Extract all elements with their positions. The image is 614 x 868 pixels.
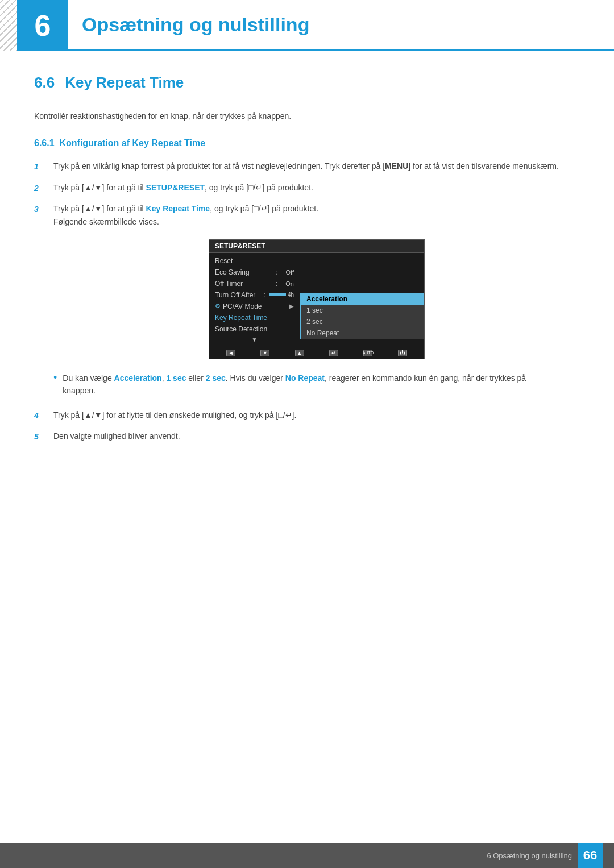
step-3-number: 3	[34, 202, 48, 215]
step-2-text: Tryk på [▲/▼] for at gå til SETUP&RESET,…	[53, 181, 580, 194]
chapter-title: Opsætning og nulstilling	[82, 14, 309, 36]
step-1: 1 Tryk på en vilkårlig knap forrest på p…	[34, 160, 580, 173]
bullet-note: • Du kan vælge Acceleration, 1 sec eller…	[53, 372, 561, 397]
osd-value-offtimer: On	[285, 280, 294, 287]
osd-row-turnoff: Turn Off After : 4h	[209, 289, 300, 301]
osd-header: SETUP&RESET	[209, 240, 424, 253]
submenu-norepeat: No Repeat	[301, 327, 424, 339]
steps-list: 1 Tryk på en vilkårlig knap forrest på p…	[34, 160, 580, 228]
osd-footer: ◄ ▼ ▲ ↵ AUTO ⏻	[209, 347, 424, 359]
chapter-number-box: 6	[17, 0, 68, 51]
osd-row-more: ▼	[209, 335, 300, 344]
step-2: 2 Tryk på [▲/▼] for at gå til SETUP&RESE…	[34, 181, 580, 194]
chapter-header: 6 Opsætning og nulstilling	[0, 0, 614, 51]
step-1-number: 1	[34, 160, 48, 173]
chapter-hatch-decoration	[0, 0, 17, 51]
osd-left-column: Reset Eco Saving : Off Off Timer : On	[209, 253, 300, 347]
osd-row-eco: Eco Saving : Off	[209, 267, 300, 278]
submenu-acceleration: Acceleration	[301, 293, 424, 305]
subsection-number: 6.6.1	[34, 138, 55, 148]
osd-label-pcav: PC/AV Mode	[223, 302, 289, 310]
section-heading: Key Repeat Time	[65, 74, 184, 91]
step-5-number: 5	[34, 430, 48, 443]
osd-submenu: Acceleration 1 sec 2 sec No Repeat	[300, 293, 424, 339]
step-4-number: 4	[34, 409, 48, 422]
subsection-title: 6.6.1 Konfiguration af Key Repeat Time	[34, 138, 580, 148]
step-5: 5 Den valgte mulighed bliver anvendt.	[34, 430, 580, 443]
osd-row-keyrepeat: Key Repeat Time	[209, 312, 300, 323]
power-icon: ⏻	[398, 350, 407, 356]
footer-page-number: 66	[578, 843, 603, 868]
osd-value-eco: Off	[286, 269, 294, 276]
osd-screenshot: SETUP&RESET Reset Eco Saving : Off	[53, 239, 580, 359]
step-2-number: 2	[34, 181, 48, 194]
bullet-dot: •	[53, 372, 57, 384]
footer-btn-power: ⏻	[398, 350, 407, 356]
osd-row-pcav: ⚙ PC/AV Mode ▶	[209, 301, 300, 312]
footer-btn-up: ▲	[295, 350, 304, 356]
footer-btn-back: ◄	[226, 350, 235, 356]
gear-icon: ⚙	[215, 302, 221, 310]
enter-icon: ↵	[329, 350, 338, 356]
footer-btn-enter: ↵	[329, 350, 338, 356]
bullet-note-text: Du kan vælge Acceleration, 1 sec eller 2…	[63, 372, 561, 397]
section-title: 6.6Key Repeat Time	[34, 74, 580, 96]
osd-label-turnoff: Turn Off After	[215, 291, 260, 299]
submenu-1sec: 1 sec	[301, 305, 424, 316]
back-icon: ◄	[226, 350, 235, 356]
arrow-right-icon: ▶	[289, 303, 294, 309]
footer-chapter-text: 6 Opsætning og nulstilling	[487, 852, 572, 860]
submenu-2sec: 2 sec	[301, 316, 424, 327]
steps-list-2: 4 Tryk på [▲/▼] for at flytte til den øn…	[34, 409, 580, 443]
progress-bar-fill	[269, 293, 286, 296]
osd-value-turnoff: 4h	[269, 292, 294, 298]
osd-right-column: Acceleration 1 sec 2 sec No Repeat	[300, 253, 424, 347]
section-number: 6.6	[34, 74, 55, 91]
page-footer: 6 Opsætning og nulstilling 66	[0, 843, 614, 868]
step-3: 3 Tryk på [▲/▼] for at gå til Key Repeat…	[34, 202, 580, 228]
auto-icon: AUTO	[363, 350, 372, 356]
osd-label-keyrepeat: Key Repeat Time	[215, 314, 294, 322]
osd-row-offtimer: Off Timer : On	[209, 278, 300, 289]
osd-body: Reset Eco Saving : Off Off Timer : On	[209, 253, 424, 347]
intro-text: Kontrollér reaktionshastigheden for en k…	[34, 110, 580, 122]
osd-label-reset: Reset	[215, 257, 294, 265]
osd-row-source: Source Detection	[209, 323, 300, 335]
subsection-heading: Konfiguration af Key Repeat Time	[59, 138, 205, 148]
step-5-text: Den valgte mulighed bliver anvendt.	[53, 430, 580, 442]
osd-label-source: Source Detection	[215, 325, 294, 333]
up-icon: ▲	[295, 350, 304, 356]
down-icon: ▼	[260, 350, 269, 356]
chapter-number: 6	[35, 9, 51, 43]
osd-row-reset: Reset	[209, 255, 300, 267]
chapter-title-area: Opsætning og nulstilling	[68, 0, 614, 51]
footer-btn-auto: AUTO	[363, 350, 372, 356]
osd-menu: SETUP&RESET Reset Eco Saving : Off	[209, 239, 425, 359]
main-content: 6.6Key Repeat Time Kontrollér reaktionsh…	[0, 74, 614, 500]
footer-btn-down: ▼	[260, 350, 269, 356]
osd-label-offtimer: Off Timer	[215, 280, 272, 288]
step-4-text: Tryk på [▲/▼] for at flytte til den ønsk…	[53, 409, 580, 421]
osd-label-eco: Eco Saving	[215, 268, 272, 276]
step-3-text: Tryk på [▲/▼] for at gå til Key Repeat T…	[53, 202, 580, 228]
step-1-text: Tryk på en vilkårlig knap forrest på pro…	[53, 160, 580, 172]
step-4: 4 Tryk på [▲/▼] for at flytte til den øn…	[34, 409, 580, 422]
